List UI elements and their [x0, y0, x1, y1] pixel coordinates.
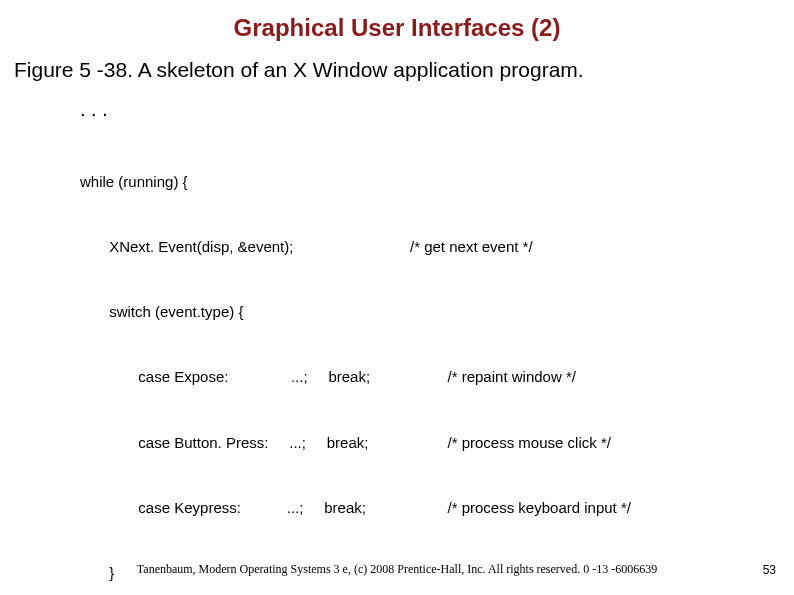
- code-left: case Expose: ...; break;: [80, 366, 410, 388]
- code-line: case Expose: ...; break; /* repaint wind…: [80, 366, 794, 388]
- figure-caption: Figure 5 -38. A skeleton of an X Window …: [0, 58, 794, 82]
- code-comment: /* get next event */: [410, 236, 533, 258]
- code-listing: while (running) { XNext. Event(disp, &ev…: [0, 127, 794, 595]
- code-line: case Button. Press: ...; break; /* proce…: [80, 432, 794, 454]
- code-left: case Button. Press: ...; break;: [80, 432, 410, 454]
- code-left: XNext. Event(disp, &event);: [80, 236, 410, 258]
- slide: Graphical User Interfaces (2) Figure 5 -…: [0, 0, 794, 595]
- footer-citation: Tanenbaum, Modern Operating Systems 3 e,…: [0, 562, 794, 577]
- page-number: 53: [763, 563, 776, 577]
- code-left: switch (event.type) {: [80, 301, 410, 323]
- continuation-dots: . . .: [0, 98, 794, 121]
- code-line: switch (event.type) {: [80, 301, 794, 323]
- code-line: while (running) {: [80, 171, 794, 193]
- code-left: while (running) {: [80, 171, 410, 193]
- code-comment: /* repaint window */: [410, 366, 576, 388]
- code-line: case Keypress: ...; break; /* process ke…: [80, 497, 794, 519]
- code-comment: /* process mouse click */: [410, 432, 611, 454]
- slide-title: Graphical User Interfaces (2): [0, 14, 794, 42]
- code-line: XNext. Event(disp, &event);/* get next e…: [80, 236, 794, 258]
- code-comment: /* process keyboard input */: [410, 497, 631, 519]
- code-left: case Keypress: ...; break;: [80, 497, 410, 519]
